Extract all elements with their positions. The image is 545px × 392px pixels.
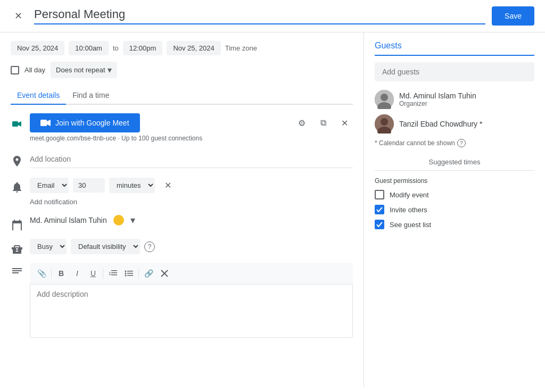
tab-find-a-time[interactable]: Find a time (66, 87, 115, 104)
meet-settings-button[interactable]: ⚙ (293, 114, 310, 131)
main-panel: Nov 25, 2024 10:00am to 12:00pm Nov 25, … (0, 32, 364, 387)
guest-info-organizer: Md. Aminul Islam Tuhin Organizer (399, 91, 534, 107)
end-time-button[interactable]: 12:00pm (123, 41, 163, 55)
calendar-owner-row: Md. Aminul Islam Tuhin ▾ (11, 214, 353, 230)
bold-button[interactable]: B (54, 266, 69, 281)
see-guest-list-checkbox[interactable] (375, 220, 384, 229)
description-toolbar: 📎 B I U 1. (30, 263, 353, 285)
notification-method-select[interactable]: Email (30, 178, 69, 193)
meet-row: Join with Google Meet ⚙ ⧉ ✕ meet.google.… (11, 113, 353, 142)
allday-checkbox[interactable] (11, 66, 19, 74)
notification-value-input[interactable] (73, 178, 105, 193)
event-title-input[interactable] (34, 7, 485, 24)
description-row: 📎 B I U 1. (11, 263, 353, 339)
invite-others-checkbox[interactable] (375, 205, 384, 214)
status-content: Busy Default visibility ? (30, 239, 353, 254)
see-guest-list-label: See guest list (390, 221, 431, 229)
to-label: to (113, 44, 119, 52)
meet-button-row: Join with Google Meet ⚙ ⧉ ✕ (30, 113, 353, 132)
status-row: Busy Default visibility ? (11, 239, 353, 254)
attachment-button[interactable]: 📎 (34, 266, 49, 281)
invite-others-label: Invite others (390, 206, 427, 214)
svg-rect-6 (111, 272, 117, 273)
start-date-button[interactable]: Nov 25, 2024 (11, 41, 64, 55)
busy-status-select[interactable]: Busy (30, 239, 67, 254)
calendar-icon (11, 214, 23, 230)
guest-name-organizer: Md. Aminul Islam Tuhin (399, 91, 534, 100)
join-meet-button[interactable]: Join with Google Meet (30, 113, 140, 132)
meet-content: Join with Google Meet ⚙ ⧉ ✕ meet.google.… (30, 113, 353, 142)
svg-rect-12 (127, 273, 133, 274)
status-controls: Busy Default visibility ? (30, 239, 353, 254)
guest-name-tanzil: Tanzil Ebad Chowdhury * (399, 120, 534, 128)
tab-event-details[interactable]: Event details (11, 87, 66, 104)
svg-rect-7 (111, 274, 117, 276)
meet-button-label: Join with Google Meet (55, 119, 129, 127)
guests-panel-title: Guests (375, 41, 534, 56)
calendar-color-dot (113, 215, 124, 226)
timezone-button[interactable]: Time zone (225, 44, 257, 52)
repeat-label: Does not repeat (56, 66, 105, 74)
svg-point-9 (125, 273, 127, 274)
tabs-row: Event details Find a time (11, 87, 353, 105)
header: ✕ Save (0, 0, 545, 32)
visibility-select[interactable]: Default visibility (71, 239, 140, 254)
location-input[interactable] (30, 151, 353, 168)
link-button[interactable]: 🔗 (141, 266, 156, 281)
location-row (11, 151, 353, 168)
help-icon[interactable]: ? (144, 241, 155, 252)
meet-actions: ⚙ ⧉ ✕ (293, 114, 353, 131)
description-icon (11, 263, 23, 276)
toolbar-divider-2 (103, 268, 103, 279)
allday-row: All day Does not repeat ▾ (11, 62, 353, 78)
google-meet-icon (11, 118, 23, 130)
datetime-row: Nov 25, 2024 10:00am to 12:00pm Nov 25, … (11, 41, 353, 55)
avatar-organizer (375, 90, 394, 109)
calendar-warning: * Calendar cannot be shown ? (375, 139, 534, 147)
notification-unit-select[interactable]: minutes (109, 178, 155, 193)
start-time-button[interactable]: 10:00am (69, 41, 109, 55)
permission-invite-others[interactable]: Invite others (375, 205, 534, 214)
svg-rect-13 (127, 275, 133, 276)
meet-link: meet.google.com/bse-ttnb-uce · Up to 100… (30, 135, 353, 142)
guest-role-organizer: Organizer (399, 100, 534, 107)
ordered-list-button[interactable]: 1. (105, 266, 120, 281)
modify-event-checkbox[interactable] (375, 190, 384, 199)
calendar-warning-help-icon[interactable]: ? (457, 139, 466, 147)
save-button[interactable]: Save (492, 6, 534, 26)
remove-notification-button[interactable]: ✕ (159, 177, 176, 194)
location-content (30, 151, 353, 168)
location-icon (11, 151, 23, 168)
add-notification-link[interactable]: Add notification (30, 198, 353, 206)
guest-info-tanzil: Tanzil Ebad Chowdhury * (399, 120, 534, 128)
svg-marker-1 (18, 121, 21, 127)
content-area: Nov 25, 2024 10:00am to 12:00pm Nov 25, … (0, 32, 545, 387)
remove-format-button[interactable] (157, 266, 172, 281)
meet-copy-button[interactable]: ⧉ (315, 114, 332, 131)
end-date-button[interactable]: Nov 25, 2024 (167, 41, 220, 55)
guests-panel: Guests Md. Aminul Islam Tuhin Organizer (364, 32, 545, 387)
guest-item-tanzil: Tanzil Ebad Chowdhury * (375, 114, 534, 134)
toolbar-divider-1 (51, 268, 52, 279)
meet-remove-button[interactable]: ✕ (336, 114, 353, 131)
description-textarea[interactable] (30, 285, 353, 338)
permission-see-guest-list[interactable]: See guest list (375, 220, 534, 229)
notification-controls: Email minutes ✕ (30, 177, 353, 194)
calendar-dropdown-arrow[interactable]: ▾ (130, 214, 135, 226)
notification-content: Email minutes ✕ Add notification (30, 177, 353, 206)
svg-rect-0 (12, 121, 18, 127)
permissions-title: Guest permissions (375, 177, 534, 185)
suggested-times-button[interactable]: Suggested times (375, 154, 534, 171)
italic-button[interactable]: I (70, 266, 85, 281)
add-guests-input[interactable] (375, 62, 534, 81)
repeat-dropdown[interactable]: Does not repeat ▾ (51, 62, 117, 78)
permission-modify-event[interactable]: Modify event (375, 190, 534, 199)
calendar-row: Md. Aminul Islam Tuhin ▾ (30, 214, 353, 226)
avatar-tanzil (375, 114, 394, 134)
underline-button[interactable]: U (86, 266, 101, 281)
calendar-owner-name: Md. Aminul Islam Tuhin (30, 216, 107, 224)
close-button[interactable]: ✕ (9, 6, 28, 26)
unordered-list-button[interactable] (121, 266, 136, 281)
checkmark-icon-2 (376, 222, 383, 227)
svg-rect-2 (40, 120, 47, 126)
